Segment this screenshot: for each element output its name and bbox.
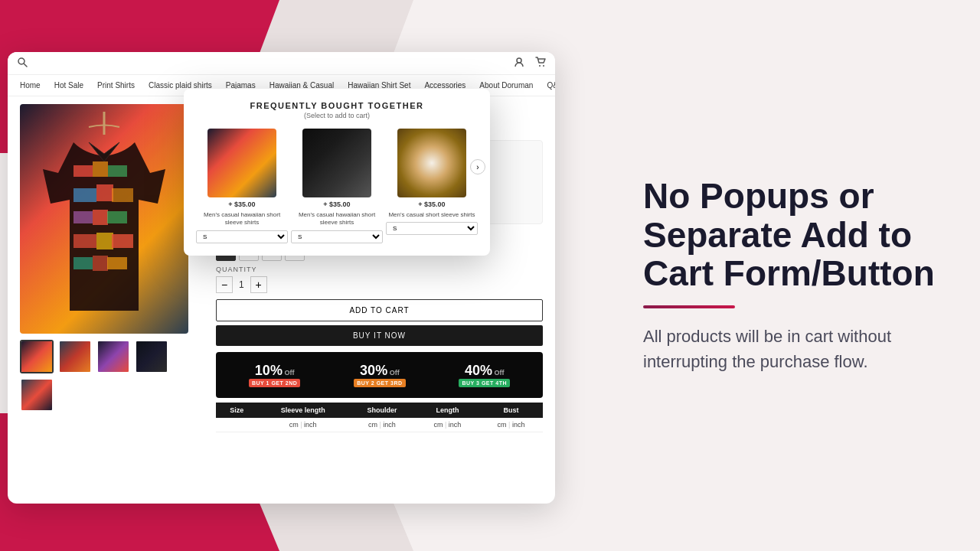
discount-tag-2: BUY 2 GET 3RD — [354, 379, 405, 387]
nav-about[interactable]: About Doruman — [479, 81, 533, 90]
discount-item-3: 40% Off BUY 3 GET 4TH — [459, 363, 510, 387]
bust-inch-link[interactable]: inch — [512, 421, 525, 429]
fbt-modal-product-3: + $35.00 Men's casual short sleeve shirt… — [386, 129, 478, 235]
svg-point-3 — [539, 65, 541, 67]
size-table-unit-bust: cm | inch — [479, 418, 543, 432]
qty-increase-btn[interactable]: + — [250, 276, 267, 293]
main-product-image — [20, 104, 188, 334]
size-table-header-size: Size — [216, 403, 257, 418]
discount-item-1: 10% Off BUY 1 GET 2ND — [249, 363, 300, 387]
thumbnail-4[interactable] — [135, 340, 168, 373]
discount-off-3: Off — [492, 369, 505, 377]
user-icon[interactable] — [514, 57, 524, 70]
fbt-modal-product-1: + $35.00 Men's casual hawaiian short sle… — [196, 129, 288, 243]
thumbnail-3[interactable] — [96, 340, 130, 373]
qty-value: 1 — [239, 279, 244, 290]
svg-line-1 — [24, 64, 28, 67]
size-table-unit-size — [216, 418, 257, 432]
nav-hot-sale[interactable]: Hot Sale — [54, 81, 83, 90]
fbt-modal-size-2[interactable]: SMLXL — [291, 230, 383, 243]
fbt-modal: FREQUENTLY BOUGHT TOGETHER (Select to ad… — [184, 89, 490, 256]
svg-rect-9 — [74, 188, 96, 202]
nav-qa[interactable]: Q&A — [547, 81, 555, 90]
size-table-header-sleeve: Sleeve length — [257, 403, 348, 418]
svg-rect-19 — [93, 256, 108, 271]
thumbnail-2[interactable] — [58, 340, 92, 373]
fbt-modal-subtitle: (Select to add to cart) — [196, 112, 478, 119]
fbt-modal-next-btn[interactable]: › — [470, 159, 485, 174]
fbt-modal-name-1: Men's casual hawaiian short sleeve shirt… — [196, 211, 288, 227]
nav-print-shirts[interactable]: Print Shirts — [97, 81, 135, 90]
add-to-cart-button[interactable]: ADD TO CART — [216, 299, 543, 321]
qty-decrease-btn[interactable]: − — [216, 276, 233, 293]
svg-rect-11 — [112, 188, 133, 202]
qty-label: QUANTITY — [216, 266, 543, 273]
sleeve-cm-link[interactable]: cm — [289, 421, 299, 429]
fbt-modal-title: FREQUENTLY BOUGHT TOGETHER — [196, 101, 478, 110]
size-table-header-shoulder: Shoulder — [348, 403, 416, 418]
buy-it-now-button[interactable]: BUY IT NOW — [216, 325, 543, 346]
fbt-modal-name-2: Men's casual hawaiian short sleeve shirt… — [291, 211, 383, 227]
fbt-modal-name-3: Men's casual short sleeve shirts — [388, 211, 475, 219]
size-table-unit-length: cm | inch — [416, 418, 479, 432]
fbt-modal-img-3 — [397, 129, 466, 197]
size-table-unit-shoulder: cm | inch — [348, 418, 416, 432]
discount-pct-3: 40% Off — [465, 363, 505, 379]
right-section: No Popups or Separate Add to Cart Form/B… — [612, 0, 980, 551]
browser-window: Home Hot Sale Print Shirts Classic plaid… — [8, 52, 555, 504]
size-table-header-length: Length — [416, 403, 479, 418]
size-table: Size Sleeve length Shoulder Length Bust … — [216, 403, 543, 432]
main-heading: No Popups or Separate Add to Cart Form/B… — [643, 177, 942, 293]
sleeve-inch-link[interactable]: inch — [304, 421, 317, 429]
fbt-modal-size-1[interactable]: SMLXL — [196, 230, 288, 243]
size-table-unit-row: cm | inch cm | inch cm | inch — [216, 418, 543, 432]
fbt-modal-price-1: + $35.00 — [228, 201, 255, 208]
svg-rect-18 — [74, 257, 93, 269]
svg-rect-8 — [108, 165, 127, 177]
cart-icon[interactable] — [535, 57, 546, 70]
svg-point-2 — [517, 58, 521, 63]
svg-rect-10 — [96, 184, 113, 201]
svg-rect-13 — [93, 210, 108, 225]
svg-rect-6 — [74, 165, 93, 177]
thumbnail-5[interactable] — [20, 378, 54, 412]
thumbnail-row — [20, 340, 204, 412]
discount-pct-2: 30% Off — [360, 363, 400, 379]
fbt-modal-products: + $35.00 Men's casual hawaiian short sle… — [196, 129, 478, 243]
fbt-modal-product-2: + $35.00 Men's casual hawaiian short sle… — [291, 129, 383, 243]
shoulder-inch-link[interactable]: inch — [383, 421, 396, 429]
svg-rect-14 — [107, 211, 127, 223]
fbt-modal-img-1 — [207, 129, 276, 197]
svg-rect-7 — [93, 161, 108, 177]
fbt-modal-size-3[interactable]: SMLXL — [386, 222, 478, 235]
size-table-header-bust: Bust — [479, 403, 543, 418]
main-description: All products will be in cart without int… — [643, 324, 942, 374]
fbt-modal-price-2: + $35.00 — [323, 201, 350, 208]
heading-divider — [643, 305, 735, 308]
discount-off-1: Off — [283, 369, 295, 377]
shoulder-cm-link[interactable]: cm — [368, 421, 377, 429]
user-cart-area — [514, 57, 546, 70]
length-cm-link[interactable]: cm — [434, 421, 443, 429]
bust-cm-link[interactable]: cm — [498, 421, 507, 429]
product-images — [20, 104, 204, 487]
discount-tag-3: BUY 3 GET 4TH — [459, 379, 510, 387]
discount-tag-1: BUY 1 GET 2ND — [249, 379, 300, 387]
thumbnail-1[interactable] — [20, 340, 54, 373]
qty-section: QUANTITY − 1 + — [216, 266, 543, 293]
nav-home[interactable]: Home — [20, 81, 41, 90]
svg-rect-15 — [74, 234, 96, 248]
fbt-modal-img-2 — [302, 129, 371, 197]
discount-banner: 10% Off BUY 1 GET 2ND 30% Off BUY 2 GET … — [216, 352, 543, 398]
svg-rect-17 — [112, 234, 133, 248]
size-table-unit-sleeve: cm | inch — [257, 418, 348, 432]
discount-off-2: Off — [387, 369, 400, 377]
svg-rect-12 — [74, 211, 93, 223]
fbt-modal-price-3: + $35.00 — [418, 201, 445, 208]
browser-topbar — [8, 52, 555, 75]
discount-pct-1: 10% Off — [255, 363, 295, 379]
discount-item-2: 30% Off BUY 2 GET 3RD — [354, 363, 405, 387]
search-icon[interactable] — [17, 57, 28, 70]
svg-point-4 — [543, 65, 544, 67]
length-inch-link[interactable]: inch — [449, 421, 462, 429]
